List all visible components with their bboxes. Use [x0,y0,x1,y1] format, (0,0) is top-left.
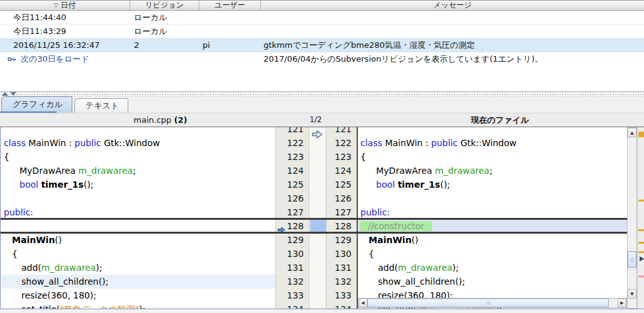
splitter-collapse-down-icon[interactable] [10,92,16,96]
code-token: add( [378,263,398,273]
code-token: add( [21,263,42,273]
line-number-left: 126 [276,191,309,205]
code-line-left: public: [1,205,275,219]
tab-text[interactable]: テキスト [74,98,128,113]
code-line-right: //constructor [358,219,627,233]
history-row[interactable]: 2016/11/25 16:32:472pigtkmmでコーディングbme280… [0,38,644,52]
scroll-left-arrow[interactable]: ◀ [358,299,367,307]
right-pane-horizontal-scrollbar[interactable]: ◀ ▶ [358,298,627,308]
code-token: set_title( [21,304,60,309]
left-file-title: main.cpp (2) [0,113,321,127]
line-number-left: 134 [276,302,309,309]
history-row[interactable]: 今日11:43:29ローカル [0,25,644,38]
column-header-message[interactable]: メッセージ [261,1,644,10]
line-number-left: 123 [276,150,309,164]
overview-marker-change [638,200,644,202]
code-line-right: add(m_drawarea); [358,261,627,275]
code-token: m_drawarea [42,263,96,273]
scroll-up-arrow[interactable]: ▲ [628,128,636,137]
code-token: m_drawarea [435,166,490,176]
history-cell: ローカル [130,12,199,23]
code-token: timer_1s [397,179,440,190]
code-line-right: bool timer_1s(); [358,178,627,191]
scroll-down-arrow[interactable]: ▼ [628,289,636,299]
line-number-left: 127 [276,205,309,219]
line-number-left: 128 [276,219,309,233]
line-number-right: 121 [326,127,357,136]
line-number-right: 125 [326,178,357,191]
line-number-left: 121 [276,127,309,136]
code-token: public: [4,207,33,217]
right-pane-vertical-scrollbar[interactable]: ▲ ▼ [627,127,637,309]
line-number-right: 124 [326,164,357,178]
code-token: Gtk::Window [458,138,517,148]
line-number-right: 123 [326,150,357,164]
splitter-collapse-up-icon[interactable] [2,92,8,96]
code-line-left: bool timer_1s(); [1,178,275,191]
column-header-user[interactable]: ユーザー [199,1,261,10]
code-line-left: { [1,247,275,261]
code-token: public [431,138,458,148]
code-line-left: MainWin() [1,233,275,247]
history-cell: pi [199,40,261,50]
code-line-left: add(m_drawarea); [1,261,275,275]
line-number-left: 130 [276,247,309,261]
diff-body: class MainWin : public Gtk::Window{MyDra… [0,127,644,309]
inserted-line-highlight: //constructor [360,221,432,231]
code-token: ); [96,263,102,273]
code-line-left: show_all_children(); [1,275,275,288]
code-token: class [4,138,26,148]
overview-marker-change [638,229,644,231]
code-token: ; [133,166,136,176]
line-number-left: 132 [276,275,309,288]
scroll-right-arrow[interactable]: ▶ [618,299,626,307]
column-header-revision[interactable]: リビジョン [130,1,199,10]
line-number-right: 126 [326,191,357,205]
overview-marker-block [638,132,644,137]
code-token: { [12,249,18,259]
code-token: bool [376,179,395,190]
horizontal-scrollbar-thumb[interactable] [367,299,609,307]
vertical-scrollbar-thumb[interactable] [628,251,636,268]
column-header-date-label: 日付 [60,0,75,11]
code-token: { [360,152,366,162]
code-line-left: class MainWin : public Gtk::Window [1,136,275,150]
code-token: (); [440,179,450,190]
overview-marker-removed [638,275,644,278]
code-token: public [75,138,101,148]
line-number-right: 133 [326,288,357,302]
code-line-right: { [358,247,627,261]
line-number-right: 127 [326,205,357,219]
code-token: MyDrawArea [19,166,79,176]
code-line-left [1,191,275,205]
overview-marker-change [638,251,644,253]
code-line-left: { [1,150,275,164]
code-line-left: set_title("気象データの観測"); [1,302,275,309]
apply-diff-arrow-icon[interactable] [312,129,323,141]
diff-view-tabbar: グラフィカル テキスト [0,96,644,113]
code-token: m_drawarea [79,166,133,176]
diff-connector-block[interactable] [310,220,326,232]
line-number-right: 132 [326,275,357,288]
bottom-frame-edge [0,309,644,313]
line-number-left: 124 [276,164,309,178]
code-token: () [411,235,418,245]
load-next-30-days-link[interactable]: 次の30日をロード [21,54,89,65]
horizontal-splitter[interactable] [0,91,644,96]
column-header-date[interactable]: ▽ 日付 [0,1,130,10]
load-more-row[interactable]: 次の30日をロード 2017/06/04からのSubversionリビジョンを表… [0,52,644,66]
code-token: MainWin [369,235,411,245]
overview-ruler[interactable] [637,127,644,309]
history-cell: 今日11:44:40 [0,12,130,23]
code-line-right: { [358,150,627,164]
active-tab-underline [0,111,57,113]
diff-block-top-line [1,218,627,220]
code-token: bool [19,179,38,190]
app-window: ▽ 日付 リビジョン ユーザー メッセージ 今日11:44:40ローカル今日11… [0,0,644,313]
history-status-text: 2017/06/04からのSubversionリビジョンを表示しています(1エン… [264,54,543,65]
tab-graphical[interactable]: グラフィカル [1,96,72,113]
code-token: MainWin [12,235,55,245]
code-token: show_all_children(); [378,276,465,287]
line-number-right: 131 [326,261,357,275]
history-row[interactable]: 今日11:44:40ローカル [0,11,644,25]
